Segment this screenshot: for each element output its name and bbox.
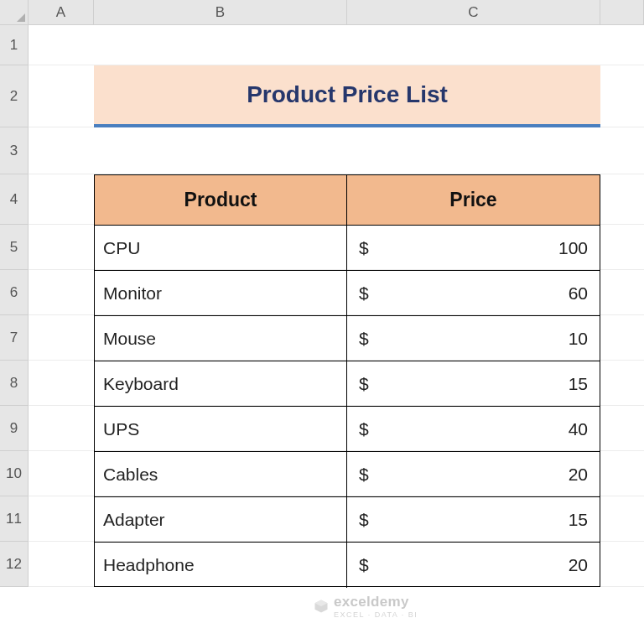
header-price[interactable]: Price <box>347 175 600 226</box>
row-header-12[interactable]: 12 <box>0 542 29 587</box>
price-value: 60 <box>569 283 588 304</box>
table-header-row: ProductPrice <box>95 175 600 226</box>
table-row: Adapter$15 <box>95 497 600 543</box>
column-header-c[interactable]: C <box>347 0 600 25</box>
row-header-10[interactable]: 10 <box>0 451 29 496</box>
row-header-4[interactable]: 4 <box>0 174 29 225</box>
table-row: Cables$20 <box>95 452 600 497</box>
cell-product[interactable]: Keyboard <box>95 361 347 407</box>
select-all-corner[interactable] <box>0 0 29 25</box>
row-header-7[interactable]: 7 <box>0 315 29 361</box>
currency-symbol: $ <box>359 283 369 304</box>
cell-price[interactable]: $40 <box>347 407 600 452</box>
sheet-area[interactable]: Product Price List ProductPriceCPU$100Mo… <box>29 25 644 644</box>
column-header-b[interactable]: B <box>94 0 347 25</box>
price-value: 20 <box>569 465 588 485</box>
spreadsheet-grid: A B C 123456789101112 Product Price List… <box>0 0 644 644</box>
row-header-5[interactable]: 5 <box>0 225 29 270</box>
currency-symbol: $ <box>359 555 369 575</box>
title-cell[interactable]: Product Price List <box>94 65 600 127</box>
currency-symbol: $ <box>359 465 369 485</box>
row-header-3[interactable]: 3 <box>0 127 29 174</box>
table-row: CPU$100 <box>95 226 600 271</box>
cell-price[interactable]: $100 <box>347 226 600 271</box>
currency-symbol: $ <box>359 374 369 394</box>
price-value: 15 <box>569 510 588 530</box>
price-value: 10 <box>569 329 588 349</box>
watermark-tagline: EXCEL · DATA · BI <box>334 610 418 619</box>
table-row: Headphone$20 <box>95 543 600 588</box>
row-header-6[interactable]: 6 <box>0 270 29 315</box>
price-value: 15 <box>569 374 588 394</box>
row-header-8[interactable]: 8 <box>0 361 29 406</box>
cell-price[interactable]: $10 <box>347 316 600 361</box>
row-header-9[interactable]: 9 <box>0 406 29 451</box>
table-row: Monitor$60 <box>95 271 600 316</box>
column-header-a[interactable]: A <box>29 0 94 25</box>
data-table: ProductPriceCPU$100Monitor$60Mouse$10Key… <box>94 174 600 587</box>
column-headers: A B C <box>29 0 644 25</box>
cell-product[interactable]: UPS <box>95 407 347 452</box>
cell-product[interactable]: Mouse <box>95 316 347 361</box>
row-header-11[interactable]: 11 <box>0 496 29 542</box>
cell-product[interactable]: Headphone <box>95 543 347 588</box>
watermark-brand: exceldemy <box>334 594 418 610</box>
price-value: 40 <box>569 419 588 439</box>
table-row: Keyboard$15 <box>95 361 600 407</box>
price-value: 20 <box>569 555 588 575</box>
column-header-d[interactable] <box>600 0 644 25</box>
row-header-2[interactable]: 2 <box>0 65 29 127</box>
cell-price[interactable]: $20 <box>347 452 600 497</box>
table-row: Mouse$10 <box>95 316 600 361</box>
price-value: 100 <box>558 238 588 258</box>
cell-price[interactable]: $60 <box>347 271 600 316</box>
cell-price[interactable]: $15 <box>347 361 600 407</box>
currency-symbol: $ <box>359 419 369 439</box>
currency-symbol: $ <box>359 238 369 258</box>
cell-product[interactable]: CPU <box>95 226 347 271</box>
currency-symbol: $ <box>359 510 369 530</box>
currency-symbol: $ <box>359 329 369 349</box>
cell-price[interactable]: $15 <box>347 497 600 543</box>
watermark: exceldemy EXCEL · DATA · BI <box>314 594 418 619</box>
cell-product[interactable]: Monitor <box>95 271 347 316</box>
table-row: UPS$40 <box>95 407 600 452</box>
cell-product[interactable]: Adapter <box>95 497 347 543</box>
watermark-logo-icon <box>314 599 329 614</box>
row-headers: 123456789101112 <box>0 25 29 587</box>
cell-product[interactable]: Cables <box>95 452 347 497</box>
header-product[interactable]: Product <box>95 175 347 226</box>
cell-price[interactable]: $20 <box>347 543 600 588</box>
row-header-1[interactable]: 1 <box>0 25 29 65</box>
